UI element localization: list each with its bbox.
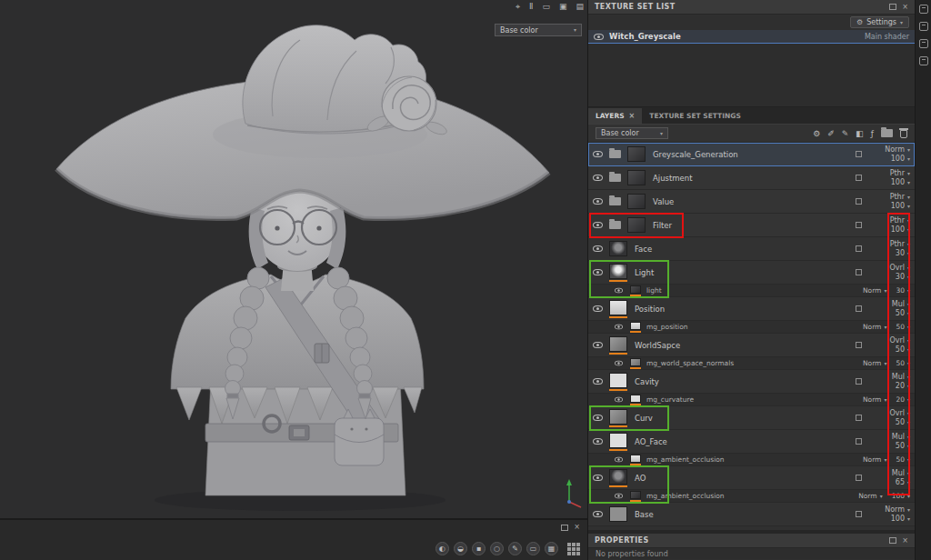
close-icon[interactable]: × [629,113,636,120]
blend-mode-dropdown[interactable]: Pthr▾ [890,194,910,201]
layer-row-Light[interactable]: LightOvrl▾30▾ [588,261,915,285]
undock-icon[interactable] [889,4,896,10]
opacity-value[interactable]: 65▾ [896,479,910,486]
layer-row-Cavity[interactable]: CavityMul▾20▾ [588,370,915,394]
blend-mode-dropdown[interactable]: Pthr▾ [890,241,910,248]
tab-layers[interactable]: LAYERS × [588,108,642,124]
layer-thumbnail[interactable] [609,336,627,355]
viewport-3d[interactable]: ⌖Ⅱ▭▣▤ Base color ▾ [0,0,587,518]
layer-thumbnail[interactable] [630,322,641,333]
pause-engine-icon[interactable]: Ⅱ [529,1,533,13]
opacity-value[interactable]: 100▾ [892,493,910,500]
display-settings-icon[interactable]: ▤ [576,1,584,13]
visibility-eye-icon[interactable] [593,511,603,517]
pencil-tool-icon[interactable]: ✎ [508,542,522,555]
layer-thumbnail[interactable] [630,491,641,502]
layer-row-Face[interactable]: FacePthr▾30▾ [588,237,915,261]
blend-mode-dropdown[interactable]: Pthr▾ [890,217,910,225]
blend-mode-dropdown[interactable]: Norm▾ [863,360,886,367]
shelf-rail-icon[interactable] [919,39,928,48]
navigation-gizmo[interactable] [562,478,586,511]
opacity-value[interactable]: 50▾ [896,419,910,426]
layer-row-light[interactable]: lightNorm▾30▾ [588,285,915,297]
model-render[interactable] [0,0,587,518]
solid-square-icon[interactable]: ▪ [472,542,486,555]
channel-toggle[interactable] [856,378,862,385]
layer-thumbnail[interactable] [609,373,627,391]
layer-thumbnail[interactable] [630,455,641,465]
opacity-value[interactable]: 100▾ [891,203,910,210]
checker-icon[interactable]: ▦ [545,542,558,555]
layer-row-Value[interactable]: ValuePthr▾100▾ [588,190,915,214]
layer-thumbnail[interactable] [630,285,641,296]
layer-row-Position[interactable]: PositionMul▾50▾ [588,297,915,321]
layer-thumbnail[interactable] [609,506,627,522]
blend-mode-dropdown[interactable]: Norm▾ [863,396,886,404]
opacity-value[interactable]: 30▾ [896,274,910,281]
visibility-eye-icon[interactable] [615,457,623,463]
opacity-value[interactable]: 50▾ [896,360,910,367]
blend-mode-dropdown[interactable]: Mul▾ [892,374,910,381]
opacity-value[interactable]: 100▾ [891,515,910,523]
channel-toggle[interactable] [856,438,862,445]
visibility-eye-icon[interactable] [593,245,603,252]
channel-toggle[interactable] [856,415,862,421]
blend-mode-dropdown[interactable]: Pthr▾ [890,170,910,177]
undock-icon[interactable] [561,525,568,531]
visibility-eye-icon[interactable] [593,378,603,385]
close-icon[interactable]: × [902,4,908,11]
layer-row-AO[interactable]: AOMul▾65▾ [588,466,915,490]
channel-toggle[interactable] [856,198,862,205]
layer-row-mg_position[interactable]: mg_positionNorm▾50▾ [588,321,915,334]
channel-toggle[interactable] [856,342,862,348]
layer-row-mg_world_space_normals[interactable]: mg_world_space_normalsNorm▾50▾ [588,357,915,370]
visibility-eye-icon[interactable] [593,151,603,157]
blend-mode-dropdown[interactable]: Norm▾ [863,287,886,295]
close-icon[interactable]: × [902,537,908,545]
opacity-value[interactable]: 50▾ [896,324,910,331]
opacity-value[interactable]: 20▾ [896,396,910,404]
blend-mode-dropdown[interactable]: Norm▾ [863,324,886,331]
visibility-eye-icon[interactable] [594,34,604,40]
visibility-eye-icon[interactable] [593,415,603,421]
channel-toggle[interactable] [856,305,862,312]
viewport-channel-select[interactable]: Base color ▾ [495,24,582,36]
texture-set-settings-button[interactable]: ⚙ Settings ▾ [850,16,909,28]
add-fill-icon[interactable]: ◧ [856,129,864,138]
layer-thumbnail[interactable] [609,469,627,487]
visibility-eye-icon[interactable] [615,361,623,366]
layer-row-AO_Face[interactable]: AO_FaceMul▾50▾ [588,430,915,454]
material-sphere-icon[interactable]: ◐ [435,542,449,555]
layer-thumbnail[interactable] [630,358,641,369]
undock-icon[interactable] [889,537,896,544]
texture-set-item[interactable]: Witch_Greyscale Main shader [588,30,915,44]
visibility-eye-icon[interactable] [593,438,603,445]
visibility-eye-icon[interactable] [593,175,603,181]
visibility-eye-icon[interactable] [615,325,623,330]
layer-thumbnail[interactable] [609,300,627,318]
layer-thumbnail[interactable] [609,433,627,451]
blend-mode-dropdown[interactable]: Mul▾ [892,301,910,308]
layer-thumbnail[interactable] [609,241,627,256]
blend-mode-dropdown[interactable]: Ovrl▾ [889,410,910,417]
tab-texture-set-settings[interactable]: TEXTURE SET SETTINGS [642,108,748,124]
layer-thumbnail[interactable] [609,264,627,282]
blend-mode-dropdown[interactable]: Norm▾ [885,146,910,154]
blend-mode-dropdown[interactable]: Mul▾ [892,470,910,477]
blend-mode-dropdown[interactable]: Norm▾ [863,456,886,464]
channel-toggle[interactable] [856,269,862,275]
display-rail-icon[interactable] [919,22,928,31]
layer-row-Greyscale_Generation[interactable]: Greyscale_GenerationNorm▾100▾ [588,143,915,166]
visibility-eye-icon[interactable] [593,475,603,481]
channel-toggle[interactable] [856,222,862,228]
layer-thumbnail[interactable] [627,146,646,162]
blend-mode-dropdown[interactable]: Ovrl▾ [889,265,910,272]
blend-mode-dropdown[interactable]: Norm▾ [858,493,882,500]
channel-filter-dropdown[interactable]: Base color ▾ [596,127,668,139]
opacity-value[interactable]: 30▾ [896,287,910,295]
channel-toggle[interactable] [856,245,862,252]
visibility-eye-icon[interactable] [615,397,623,403]
layer-thumbnail[interactable] [627,217,646,233]
layer-row-Curv[interactable]: CurvOvrl▾50▾ [588,406,915,430]
flat-view-icon[interactable]: ▭ [526,542,540,555]
